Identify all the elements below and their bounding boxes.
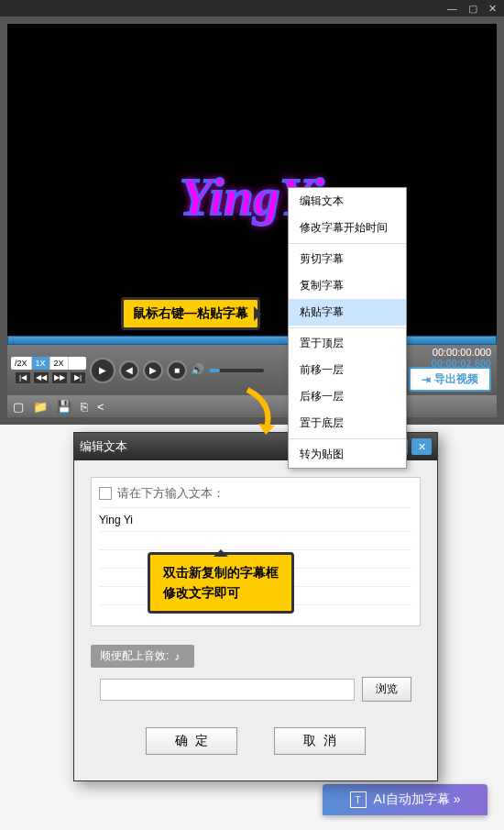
maximize-button[interactable]: ▢ [468, 3, 477, 15]
music-note-icon: ♪ [174, 650, 180, 663]
play-button[interactable]: ▶ [90, 358, 115, 383]
frame-step-group: |◀ ◀◀ ▶▶ ▶| [15, 371, 86, 384]
ai-subtitle-button[interactable]: T AI自动加字幕 » [323, 784, 488, 815]
context-menu-item[interactable]: 前移一层 [289, 357, 406, 383]
audio-path-input[interactable] [100, 679, 355, 701]
video-viewport[interactable]: YingYi 鼠标右键—粘贴字幕 [7, 24, 497, 336]
time-display: 00:00:00.000 00:00:02.600 [432, 347, 491, 369]
ai-subtitle-icon: T [350, 791, 367, 808]
context-menu-item[interactable]: 复制字幕 [289, 272, 406, 299]
save-as-icon[interactable]: ⎘ [81, 400, 88, 414]
context-menu-item[interactable]: 置于底层 [289, 410, 406, 437]
share-icon[interactable]: < [97, 400, 104, 414]
export-video-button[interactable]: ⇥ 导出视频 [409, 367, 491, 392]
export-icon: ⇥ [422, 373, 431, 386]
save-icon[interactable]: 💾 [57, 400, 71, 414]
volume-icon[interactable]: 🔊 [191, 363, 205, 378]
context-menu-item[interactable]: 编辑文本 [289, 188, 406, 215]
audio-section: 顺便配上音效: ♪ 浏览 [91, 645, 421, 702]
cancel-button[interactable]: 取消 [274, 727, 366, 755]
audio-section-label: 顺便配上音效: ♪ [91, 645, 194, 668]
prev-button[interactable]: ◀ [119, 360, 139, 381]
dialog-title-text: 编辑文本 [80, 438, 127, 455]
next-button[interactable]: ▶ [143, 360, 163, 381]
input-label: 请在下方输入文本： [99, 485, 412, 508]
dialog-close-button[interactable]: ✕ [411, 438, 432, 455]
speed-2x[interactable]: 2X [50, 357, 69, 370]
seek-back-icon[interactable]: ◀◀ [33, 371, 49, 384]
menu-separator [289, 438, 406, 439]
dialog-body: 请在下方输入文本： 双击新复制的字幕框 修改文字即可 顺便配上音效: ♪ 浏览 … [74, 460, 437, 780]
stop-button[interactable]: ■ [167, 360, 187, 381]
hint-tooltip-edit: 双击新复制的字幕框 修改文字即可 [148, 552, 294, 614]
dialog-footer: 确定 取消 [91, 727, 421, 764]
context-menu-item[interactable]: 置于顶层 [289, 330, 406, 357]
minimize-button[interactable]: — [447, 3, 457, 14]
context-menu-item[interactable]: 粘贴字幕 [289, 299, 406, 326]
hint-tooltip-paste: 鼠标右键—粘贴字幕 [121, 297, 260, 330]
edit-icon [99, 487, 112, 500]
open-folder-icon[interactable]: 📁 [33, 400, 48, 414]
context-menu-item[interactable]: 修改字幕开始时间 [289, 215, 406, 241]
context-menu-item[interactable]: 剪切字幕 [289, 246, 406, 272]
seek-end-icon[interactable]: ▶| [70, 371, 86, 384]
menu-separator [289, 243, 406, 244]
speed-selector[interactable]: /2X 1X 2X [11, 357, 86, 370]
arrow-down-icon [238, 385, 284, 440]
context-menu: 编辑文本修改字幕开始时间剪切字幕复制字幕粘贴字幕置于顶层前移一层后移一层置于底层… [288, 187, 407, 469]
window-titlebar: — ▢ ✕ [0, 0, 504, 17]
speed-half[interactable]: /2X [11, 357, 32, 370]
context-menu-item[interactable]: 后移一层 [289, 383, 406, 410]
seek-fwd-icon[interactable]: ▶▶ [51, 371, 68, 384]
volume-slider[interactable] [209, 369, 264, 372]
context-menu-item[interactable]: 转为贴图 [289, 441, 406, 468]
time-current: 00:00:00.000 [432, 347, 491, 358]
edit-text-dialog: 编辑文本 — ✕ 请在下方输入文本： 双击新复制的字幕框 修改文字即可 顺便配上… [73, 432, 438, 781]
speed-1x[interactable]: 1X [32, 357, 50, 370]
timeline-scrubber[interactable] [7, 336, 497, 345]
browse-button[interactable]: 浏览 [362, 677, 411, 702]
menu-separator [289, 327, 406, 328]
close-button[interactable]: ✕ [488, 3, 497, 15]
seek-start-icon[interactable]: |◀ [15, 371, 31, 384]
video-player: YingYi 鼠标右键—粘贴字幕 /2X 1X 2X |◀ ◀◀ ▶▶ ▶| ▶… [0, 17, 504, 425]
new-file-icon[interactable]: ▢ [13, 400, 24, 414]
ok-button[interactable]: 确定 [146, 727, 237, 755]
